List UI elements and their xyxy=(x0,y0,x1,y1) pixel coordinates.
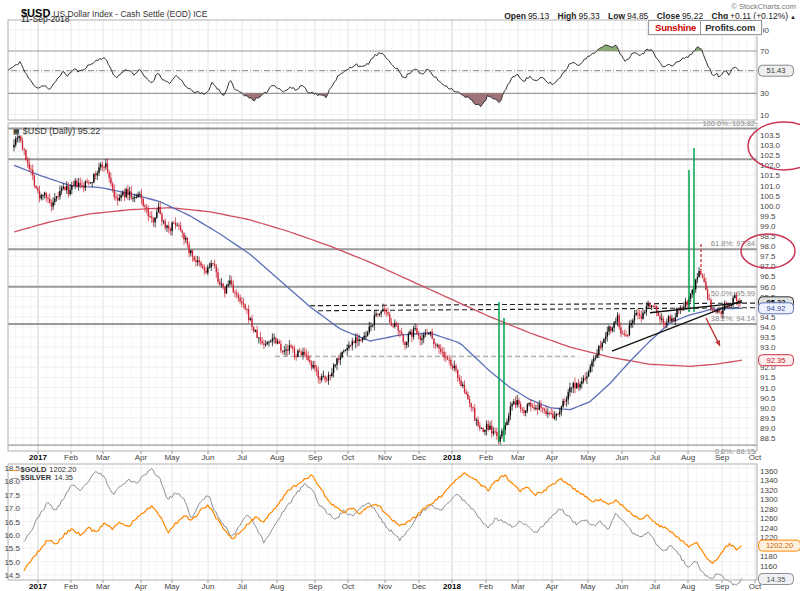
legend-silver: —$SILVER14.35 xyxy=(11,474,73,482)
change-up-icon: ▲ xyxy=(790,14,796,20)
svg-text:103.5: 103.5 xyxy=(760,131,781,140)
svg-text:Aug: Aug xyxy=(681,453,695,462)
svg-text:Dec: Dec xyxy=(412,582,426,591)
svg-text:Sep: Sep xyxy=(308,582,323,591)
chart-title: US Dollar Index - Cash Settle (EOD) ICE xyxy=(53,9,207,19)
svg-text:98.0: 98.0 xyxy=(760,242,776,251)
svg-text:Aug: Aug xyxy=(681,582,695,591)
svg-text:Feb: Feb xyxy=(64,453,78,462)
svg-text:Jul: Jul xyxy=(237,582,247,591)
top-panel-oscillator xyxy=(8,45,757,107)
silver-line-marker: — xyxy=(11,473,19,482)
svg-text:Mar: Mar xyxy=(96,453,110,462)
svg-text:May: May xyxy=(164,582,179,591)
svg-text:99.0: 99.0 xyxy=(760,222,776,231)
svg-text:91.5: 91.5 xyxy=(760,373,776,382)
silver-legend-value: 14.35 xyxy=(54,473,73,482)
svg-text:10: 10 xyxy=(760,111,769,120)
svg-text:88.5: 88.5 xyxy=(760,434,776,443)
svg-text:1240: 1240 xyxy=(760,524,778,533)
svg-text:90.5: 90.5 xyxy=(760,394,776,403)
svg-text:15.5: 15.5 xyxy=(4,544,20,553)
open-label: Open xyxy=(504,11,526,21)
axis-labels: 90703010103.5103.0102.5102.0101.5101.010… xyxy=(4,26,780,580)
svg-text:16.5: 16.5 xyxy=(4,518,20,527)
svg-text:1320: 1320 xyxy=(760,486,778,495)
sunshine-profits-watermark: Sunshine Profits.com xyxy=(648,20,762,35)
main-chart-label-text: $USD (Daily) 95.22 xyxy=(23,126,101,136)
chart-type-icon: ▦ xyxy=(13,128,20,135)
svg-text:Mar: Mar xyxy=(511,453,525,462)
main-panel-usd: 100.0%: 103.8261.8%: 97.8450.0%: 95.9938… xyxy=(8,119,757,457)
svg-text:101.0: 101.0 xyxy=(760,182,781,191)
svg-text:1260: 1260 xyxy=(760,514,778,523)
chart-date: 11-Sep-2018 xyxy=(21,14,70,24)
svg-text:1160: 1160 xyxy=(760,562,778,571)
panel-borders xyxy=(8,20,757,580)
svg-text:2017: 2017 xyxy=(29,582,47,591)
stockcharts-usd-chart: 100.0%: 103.8261.8%: 97.8450.0%: 95.9938… xyxy=(0,0,800,591)
svg-text:Aug: Aug xyxy=(270,453,284,462)
svg-text:97.5: 97.5 xyxy=(760,252,776,261)
svg-text:May: May xyxy=(580,582,595,591)
svg-text:14.35: 14.35 xyxy=(767,575,786,584)
svg-text:Feb: Feb xyxy=(64,582,78,591)
svg-text:May: May xyxy=(164,453,179,462)
main-chart-label: ▦$USD (Daily) 95.22 xyxy=(13,126,100,136)
svg-text:May: May xyxy=(580,453,595,462)
svg-text:94.0: 94.0 xyxy=(760,323,776,332)
svg-text:90.0: 90.0 xyxy=(760,404,776,413)
svg-text:Mar: Mar xyxy=(96,582,110,591)
svg-text:Apr: Apr xyxy=(546,582,559,591)
svg-text:1280: 1280 xyxy=(760,505,778,514)
svg-text:Feb: Feb xyxy=(479,582,493,591)
low-label: Low xyxy=(608,11,625,21)
svg-text:103.0: 103.0 xyxy=(760,141,781,150)
svg-text:Sep: Sep xyxy=(308,453,323,462)
low-value: 94.85 xyxy=(627,11,648,21)
svg-text:Jul: Jul xyxy=(237,453,247,462)
svg-text:1180: 1180 xyxy=(760,552,778,561)
svg-text:1300: 1300 xyxy=(760,495,778,504)
svg-text:100.0: 100.0 xyxy=(760,202,781,211)
svg-text:70: 70 xyxy=(760,47,769,56)
silver-legend-name: $SILVER xyxy=(21,473,52,482)
svg-text:Oct: Oct xyxy=(342,582,355,591)
svg-text:61.8%: 97.84: 61.8%: 97.84 xyxy=(711,239,755,248)
svg-text:93.0: 93.0 xyxy=(760,343,776,352)
svg-text:100.5: 100.5 xyxy=(760,192,781,201)
svg-text:17.5: 17.5 xyxy=(4,491,20,500)
svg-text:Dec: Dec xyxy=(412,453,426,462)
svg-text:2018: 2018 xyxy=(443,453,461,462)
svg-text:Mar: Mar xyxy=(511,582,525,591)
svg-text:97.0: 97.0 xyxy=(760,262,776,271)
svg-text:Nov: Nov xyxy=(378,582,392,591)
svg-text:96.0: 96.0 xyxy=(760,283,776,292)
svg-text:Sep: Sep xyxy=(715,453,730,462)
high-label: High xyxy=(558,11,577,21)
svg-text:51.43: 51.43 xyxy=(767,66,786,75)
svg-text:Aug: Aug xyxy=(270,582,284,591)
svg-text:2018: 2018 xyxy=(443,582,461,591)
svg-text:89.0: 89.0 xyxy=(760,424,776,433)
svg-text:Jun: Jun xyxy=(616,453,629,462)
svg-text:1202.20: 1202.20 xyxy=(766,541,793,550)
svg-text:1340: 1340 xyxy=(760,476,778,485)
svg-text:89.5: 89.5 xyxy=(760,414,776,423)
svg-text:Apr: Apr xyxy=(546,453,559,462)
svg-text:102.5: 102.5 xyxy=(760,151,781,160)
svg-text:Jun: Jun xyxy=(616,582,629,591)
svg-text:Feb: Feb xyxy=(479,453,493,462)
svg-text:15.0: 15.0 xyxy=(4,558,20,567)
svg-text:17.0: 17.0 xyxy=(4,504,20,513)
svg-text:Oct: Oct xyxy=(749,453,762,462)
svg-text:Oct: Oct xyxy=(342,453,355,462)
svg-text:Nov: Nov xyxy=(378,453,392,462)
svg-text:92.35: 92.35 xyxy=(767,356,786,365)
svg-text:2017: 2017 xyxy=(29,453,47,462)
svg-text:Jun: Jun xyxy=(202,582,215,591)
copyright: © StockCharts.com xyxy=(731,2,796,11)
svg-text:91.0: 91.0 xyxy=(760,384,776,393)
svg-text:Jul: Jul xyxy=(650,453,660,462)
watermark-sunshine: Sunshine xyxy=(649,21,700,34)
